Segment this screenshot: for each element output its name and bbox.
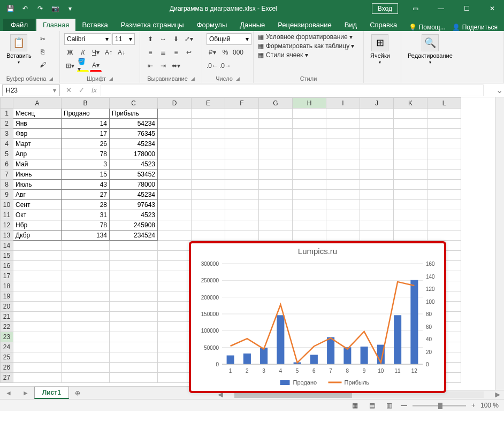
cell[interactable] <box>360 230 394 241</box>
align-top-icon[interactable]: ⬆ <box>144 33 156 45</box>
cell[interactable]: Сент <box>13 200 62 210</box>
col-header[interactable]: F <box>225 98 259 109</box>
cell[interactable] <box>293 180 326 190</box>
cell[interactable] <box>326 159 360 170</box>
cell[interactable] <box>62 291 110 302</box>
row-header[interactable]: 22 <box>1 322 13 332</box>
cell[interactable] <box>13 363 62 373</box>
cell[interactable] <box>110 291 158 302</box>
cell[interactable] <box>225 180 259 190</box>
share-button[interactable]: 👤 Поделиться <box>452 24 498 31</box>
cell[interactable] <box>13 241 62 251</box>
cell[interactable] <box>158 170 192 180</box>
cell[interactable] <box>158 139 192 149</box>
cell[interactable] <box>13 291 62 302</box>
row-header[interactable]: 17 <box>1 271 13 281</box>
cell[interactable] <box>360 170 394 180</box>
cell[interactable] <box>427 210 461 220</box>
cell[interactable] <box>158 149 192 159</box>
cell[interactable] <box>158 342 192 352</box>
cell[interactable] <box>62 261 110 271</box>
cell[interactable] <box>110 302 158 312</box>
cell[interactable] <box>360 109 394 119</box>
cell[interactable] <box>293 200 326 210</box>
tab-home[interactable]: Главная <box>36 19 75 31</box>
cell[interactable] <box>62 271 110 281</box>
cell[interactable] <box>394 230 427 241</box>
cell[interactable] <box>427 139 461 149</box>
row-header[interactable]: 18 <box>1 281 13 291</box>
row-header[interactable]: 12 <box>1 220 13 230</box>
clipboard-launcher-icon[interactable]: ◢ <box>49 76 53 81</box>
cell[interactable] <box>13 302 62 312</box>
cell[interactable] <box>427 200 461 210</box>
editing-button[interactable]: 🔍 Редактирование▾ <box>406 33 455 66</box>
cell[interactable] <box>326 139 360 149</box>
decrease-decimal-icon[interactable]: .0→ <box>219 60 231 72</box>
cell[interactable] <box>110 261 158 271</box>
wrap-text-icon[interactable]: ↩ <box>183 47 195 58</box>
cell[interactable]: 3 <box>62 159 110 170</box>
cell[interactable] <box>293 129 326 139</box>
cell[interactable] <box>192 190 225 200</box>
cell[interactable] <box>293 220 326 230</box>
cell[interactable] <box>192 220 225 230</box>
minimize-icon[interactable]: — <box>429 0 453 17</box>
row-header[interactable]: 19 <box>1 291 13 302</box>
cell[interactable] <box>326 129 360 139</box>
cell[interactable]: 97643 <box>110 200 158 210</box>
cell[interactable] <box>259 180 293 190</box>
cell[interactable]: 78 <box>62 149 110 159</box>
row-header[interactable]: 9 <box>1 190 13 200</box>
cell[interactable] <box>158 322 192 332</box>
col-header[interactable]: B <box>62 98 110 109</box>
page-break-view-icon[interactable]: ▥ <box>384 401 395 410</box>
col-header[interactable]: I <box>326 98 360 109</box>
cell[interactable] <box>326 109 360 119</box>
sheet-nav-next-icon[interactable]: ► <box>17 389 34 397</box>
cell[interactable] <box>259 139 293 149</box>
tab-file[interactable]: Файл <box>3 19 35 31</box>
bold-button[interactable]: Ж <box>64 47 76 58</box>
cell[interactable] <box>62 342 110 352</box>
cell[interactable] <box>326 119 360 129</box>
row-header[interactable]: 21 <box>1 312 13 322</box>
font-shrink-icon[interactable]: A↓ <box>116 47 127 58</box>
format-as-table-button[interactable]: ▦ Форматировать как таблицу ▾ <box>258 42 354 50</box>
cell[interactable] <box>192 210 225 220</box>
formula-input[interactable] <box>101 84 484 96</box>
cell[interactable]: 134 <box>62 230 110 241</box>
cell[interactable] <box>293 230 326 241</box>
cell[interactable] <box>158 210 192 220</box>
cell[interactable] <box>225 190 259 200</box>
cell[interactable] <box>293 159 326 170</box>
cell[interactable] <box>110 332 158 342</box>
cell[interactable]: Авг <box>13 190 62 200</box>
qat-more-icon[interactable]: ▾ <box>65 4 75 13</box>
sheet-nav-prev-icon[interactable]: ◄ <box>0 389 17 397</box>
increase-indent-icon[interactable]: ⇥ <box>157 60 169 72</box>
cell[interactable] <box>326 210 360 220</box>
cell[interactable] <box>110 281 158 291</box>
cell[interactable] <box>158 281 192 291</box>
font-launcher-icon[interactable]: ◢ <box>109 76 113 81</box>
cancel-formula-icon[interactable]: ✕ <box>62 86 75 94</box>
row-header[interactable]: 16 <box>1 261 13 271</box>
cell[interactable] <box>158 271 192 281</box>
cell[interactable] <box>158 119 192 129</box>
cell[interactable] <box>13 312 62 322</box>
cell[interactable]: 234524 <box>110 230 158 241</box>
name-box[interactable]: H23▾ <box>2 84 60 96</box>
cell[interactable] <box>158 190 192 200</box>
fx-icon[interactable]: fx <box>88 86 101 94</box>
cell[interactable] <box>225 200 259 210</box>
cell[interactable] <box>259 109 293 119</box>
cell[interactable] <box>110 363 158 373</box>
format-painter-icon[interactable]: 🖌 <box>37 59 49 71</box>
cell[interactable] <box>110 373 158 383</box>
cell[interactable] <box>293 139 326 149</box>
tell-me[interactable]: 💡 Помощ... <box>409 24 446 31</box>
cell[interactable] <box>360 220 394 230</box>
cell[interactable] <box>158 261 192 271</box>
col-header[interactable]: A <box>13 98 62 109</box>
